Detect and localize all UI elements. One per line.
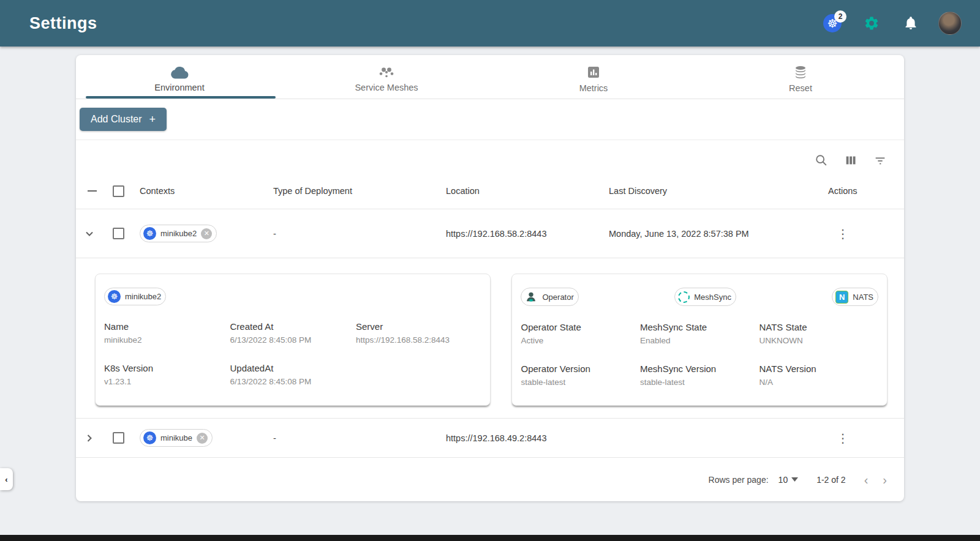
view-columns-button[interactable] bbox=[843, 152, 859, 168]
field-k8s-version: K8s Version v1.23.1 bbox=[104, 363, 230, 386]
chevron-down-icon bbox=[791, 477, 798, 482]
field-label: Operator Version bbox=[521, 364, 640, 374]
context-chip-label: minikube2 bbox=[160, 229, 197, 238]
deployment-type-cell: - bbox=[273, 229, 446, 239]
rows-per-page-value: 10 bbox=[778, 475, 788, 485]
column-header-contexts: Contexts bbox=[140, 186, 273, 196]
meshsync-chip-label: MeshSync bbox=[694, 293, 731, 302]
field-label: Server bbox=[356, 321, 482, 332]
field-label: Name bbox=[104, 321, 230, 332]
tab-service-meshes[interactable]: Service Meshes bbox=[283, 55, 490, 99]
header-actions: ☸ 2 bbox=[821, 12, 962, 35]
rows-per-page: Rows per page: 10 bbox=[709, 475, 799, 485]
sidebar-collapse-handle[interactable]: ‹ bbox=[0, 468, 13, 490]
column-header-deployment-type: Type of Deployment bbox=[273, 186, 446, 196]
add-cluster-button[interactable]: Add Cluster + bbox=[80, 108, 167, 131]
delete-context-icon[interactable]: ✕ bbox=[197, 433, 208, 444]
field-nats-version: NATS Version N/A bbox=[759, 364, 878, 387]
field-meshsync-state: MeshSync State Enabled bbox=[640, 322, 760, 345]
cluster-chip-line: ☸ minikube2 bbox=[96, 288, 490, 305]
nats-chip[interactable]: N NATS bbox=[832, 288, 878, 306]
table-toolbar bbox=[76, 140, 904, 173]
cluster-chip-label: minikube2 bbox=[125, 292, 161, 301]
column-header-location: Location bbox=[446, 186, 609, 196]
field-value: https://192.168.58.2:8443 bbox=[356, 335, 482, 345]
field-label: MeshSync State bbox=[640, 322, 760, 332]
delete-context-icon[interactable]: ✕ bbox=[201, 228, 212, 239]
kubernetes-icon: ☸ bbox=[108, 290, 121, 303]
filter-button[interactable] bbox=[872, 152, 888, 168]
minus-icon bbox=[88, 190, 97, 192]
rows-per-page-select[interactable]: 10 bbox=[778, 475, 799, 485]
table-row: ☸ minikube2 ✕ - https://192.168.58.2:844… bbox=[76, 209, 904, 258]
select-all-checkbox[interactable] bbox=[113, 185, 124, 197]
row-actions-menu-button[interactable]: ⋮ bbox=[827, 226, 904, 241]
pagination-range: 1-2 of 2 bbox=[816, 475, 845, 485]
tab-reset-label: Reset bbox=[789, 83, 812, 93]
rows-per-page-label: Rows per page: bbox=[709, 475, 769, 485]
kubernetes-contexts-button[interactable]: ☸ 2 bbox=[821, 12, 844, 35]
field-value: v1.23.1 bbox=[104, 377, 230, 386]
row-checkbox[interactable] bbox=[113, 432, 124, 444]
operator-person-icon bbox=[524, 290, 538, 304]
field-value: 6/13/2022 8:45:08 PM bbox=[230, 335, 356, 345]
operator-chip[interactable]: Operator bbox=[521, 288, 578, 306]
field-value: stable-latest bbox=[521, 378, 640, 387]
user-avatar[interactable] bbox=[938, 12, 962, 35]
next-page-button[interactable]: › bbox=[883, 474, 887, 486]
tab-metrics[interactable]: Metrics bbox=[490, 55, 697, 99]
field-value: UNKNOWN bbox=[759, 336, 878, 345]
field-value: 6/13/2022 8:45:08 PM bbox=[230, 377, 356, 386]
tab-environment[interactable]: Environment bbox=[76, 55, 283, 99]
search-icon bbox=[815, 154, 828, 167]
cluster-chip[interactable]: ☸ minikube2 bbox=[104, 288, 166, 305]
context-chip-label: minikube bbox=[160, 433, 192, 442]
field-label: MeshSync Version bbox=[640, 364, 760, 374]
field-updated-at: UpdatedAt 6/13/2022 8:45:08 PM bbox=[230, 363, 356, 386]
database-icon bbox=[793, 65, 808, 80]
bottom-strip bbox=[0, 535, 980, 541]
operator-detail-card: Operator MeshSync N NATS Operator State … bbox=[511, 274, 888, 406]
operator-chip-label: Operator bbox=[542, 293, 573, 302]
table-row: ☸ minikube ✕ - https://192.168.49.2:8443… bbox=[76, 418, 904, 457]
cluster-detail-card: ☸ minikube2 Name minikube2 Created At 6/… bbox=[95, 274, 491, 406]
previous-page-button[interactable]: ‹ bbox=[864, 474, 869, 486]
search-button[interactable] bbox=[813, 152, 829, 168]
expand-row-button[interactable] bbox=[85, 433, 113, 443]
app-bar: Settings ☸ 2 bbox=[0, 0, 980, 47]
add-cluster-row: Add Cluster + bbox=[76, 99, 904, 140]
row-actions-menu-button[interactable]: ⋮ bbox=[827, 431, 904, 446]
field-value: stable-latest bbox=[640, 378, 760, 387]
nats-icon: N bbox=[835, 291, 848, 304]
field-value: minikube2 bbox=[104, 335, 230, 345]
chevron-right-icon bbox=[85, 433, 94, 443]
kubernetes-icon: ☸ bbox=[143, 227, 156, 240]
add-cluster-label: Add Cluster bbox=[91, 114, 142, 125]
settings-gear-button[interactable] bbox=[860, 12, 883, 35]
column-header-last-discovery: Last Discovery bbox=[609, 186, 827, 196]
meshsync-icon bbox=[678, 291, 690, 303]
field-value: Active bbox=[521, 336, 640, 345]
notifications-button[interactable] bbox=[899, 12, 922, 35]
tab-service-meshes-label: Service Meshes bbox=[355, 83, 418, 92]
chevron-down-icon bbox=[85, 229, 94, 239]
field-meshsync-version: MeshSync Version stable-latest bbox=[640, 364, 760, 387]
collapse-all-toggle[interactable] bbox=[85, 190, 113, 192]
context-chip-minikube[interactable]: ☸ minikube ✕ bbox=[140, 429, 213, 447]
filter-icon bbox=[873, 154, 887, 167]
deployment-type-cell: - bbox=[273, 433, 446, 443]
meshsync-chip[interactable]: MeshSync bbox=[674, 288, 736, 306]
settings-tabs: Environment Service Meshes bbox=[76, 55, 904, 99]
settings-page: Environment Service Meshes bbox=[0, 47, 980, 501]
location-cell: https://192.168.58.2:8443 bbox=[446, 229, 609, 239]
context-chip-minikube2[interactable]: ☸ minikube2 ✕ bbox=[140, 225, 217, 242]
field-label: NATS Version bbox=[759, 364, 878, 374]
field-name: Name minikube2 bbox=[104, 321, 230, 345]
tab-environment-label: Environment bbox=[154, 83, 204, 92]
row-checkbox[interactable] bbox=[113, 228, 124, 239]
tab-reset[interactable]: Reset bbox=[697, 55, 904, 99]
field-value: Enabled bbox=[640, 336, 760, 345]
collapse-row-button[interactable] bbox=[85, 229, 113, 239]
operator-fields: Operator State Active MeshSync State Ena… bbox=[512, 322, 887, 387]
plus-icon: + bbox=[149, 114, 156, 125]
